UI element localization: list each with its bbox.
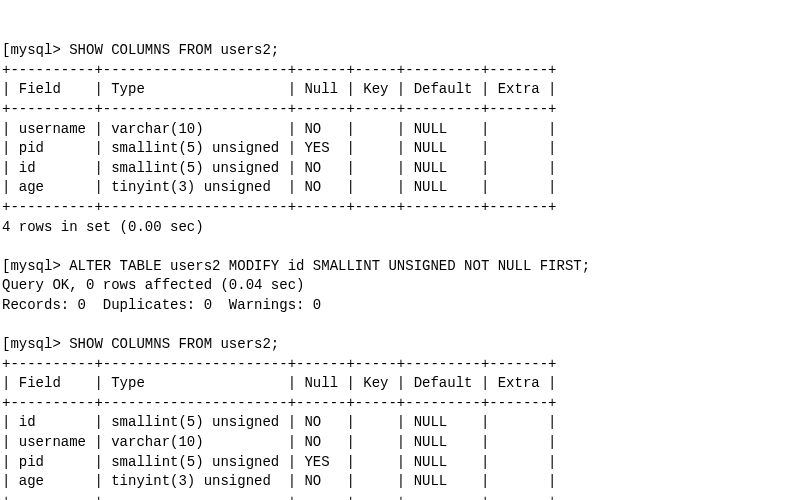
terminal-output: [mysql> SHOW COLUMNS FROM users2; +-----… [2, 41, 804, 500]
